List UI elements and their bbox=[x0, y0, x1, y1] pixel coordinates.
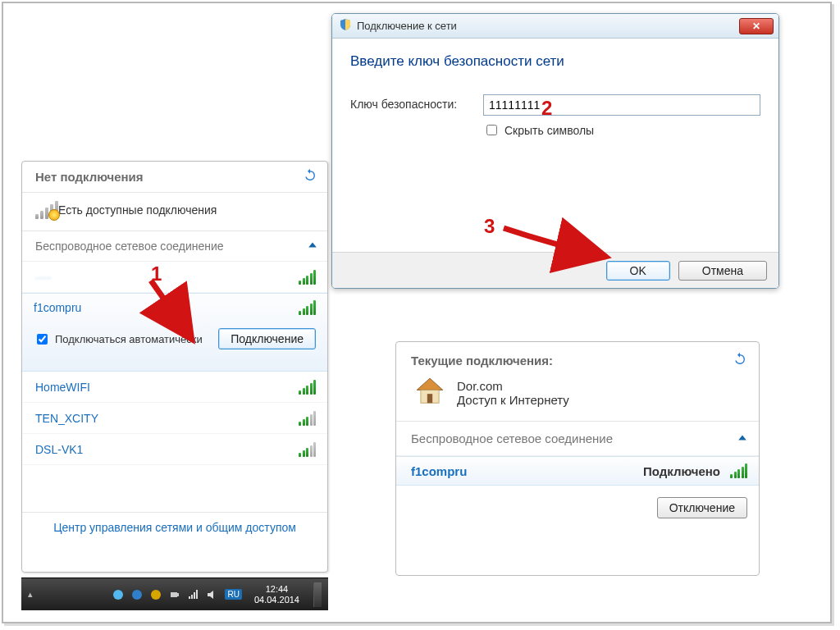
section-label: Беспроводное сетевое соединение bbox=[35, 240, 224, 253]
network-flyout: Нет подключения Есть доступные подключен… bbox=[21, 161, 328, 573]
taskbar-clock[interactable]: 12:44 04.04.2014 bbox=[254, 584, 299, 604]
disconnect-button[interactable]: Отключение bbox=[657, 497, 747, 518]
dialog-prompt: Введите ключ безопасности сети bbox=[350, 53, 760, 70]
network-name: HomeWIFI bbox=[35, 381, 90, 394]
svg-point-3 bbox=[113, 590, 123, 600]
network-name: TEN_XCITY bbox=[35, 412, 98, 425]
network-item[interactable]: HomeWIFI bbox=[22, 372, 327, 403]
chevron-up-icon bbox=[737, 431, 747, 445]
dialog-titlebar[interactable]: Подключение к сети ✕ bbox=[332, 14, 778, 39]
signal-icon bbox=[730, 463, 747, 478]
svg-rect-7 bbox=[177, 593, 179, 596]
tray-chevron-icon[interactable]: ▴ bbox=[28, 589, 33, 600]
key-label: Ключ безопасности: bbox=[350, 98, 483, 112]
tray-icon[interactable] bbox=[112, 588, 125, 601]
clock-time: 12:44 bbox=[254, 584, 299, 594]
flyout-header: Нет подключения bbox=[22, 162, 327, 193]
network-center-link[interactable]: Центр управления сетями и общим доступом bbox=[22, 512, 327, 544]
home-name: Dor.com bbox=[457, 379, 569, 393]
signal-icon bbox=[299, 270, 316, 285]
ok-button[interactable]: OK bbox=[606, 261, 670, 281]
connected-status: Подключено bbox=[643, 464, 720, 478]
close-button[interactable]: ✕ bbox=[739, 18, 774, 34]
connect-button[interactable]: Подключение bbox=[218, 328, 316, 349]
auto-connect-checkbox[interactable]: Подключаться автоматически bbox=[34, 331, 203, 347]
network-name: f1compru bbox=[34, 301, 81, 314]
hide-chars-checkbox[interactable]: Скрыть символы bbox=[483, 122, 760, 138]
hide-chars-input[interactable] bbox=[486, 125, 497, 135]
signal-icon bbox=[299, 380, 316, 395]
shield-icon bbox=[339, 18, 352, 34]
wireless-section-header[interactable]: Беспроводное сетевое соединение bbox=[22, 231, 327, 262]
hide-chars-label: Скрыть символы bbox=[504, 124, 594, 137]
current-connections-panel: Текущие подключения: Dor.com Доступ к Ин… bbox=[395, 341, 760, 576]
tray-network-icon[interactable] bbox=[187, 588, 200, 601]
network-item[interactable]: TEN_XCITY bbox=[22, 403, 327, 434]
refresh-icon[interactable] bbox=[303, 168, 317, 185]
network-item-blurred[interactable]: ····· bbox=[22, 262, 327, 293]
composite-frame: Нет подключения Есть доступные подключен… bbox=[2, 2, 832, 623]
connected-ssid: f1compru bbox=[411, 464, 467, 478]
step-number-3: 3 bbox=[484, 215, 495, 238]
network-item[interactable]: DSL-VK1 bbox=[22, 434, 327, 465]
connect-dialog: Подключение к сети ✕ Введите ключ безопа… bbox=[331, 13, 779, 289]
svg-rect-6 bbox=[171, 592, 177, 597]
tray-icon[interactable] bbox=[130, 588, 144, 601]
chevron-up-icon bbox=[308, 240, 317, 253]
panel3-section-header[interactable]: Беспроводное сетевое соединение bbox=[396, 422, 759, 456]
close-icon: ✕ bbox=[752, 21, 760, 32]
refresh-icon[interactable] bbox=[733, 352, 747, 369]
step-number-1: 1 bbox=[151, 262, 162, 285]
network-name: DSL-VK1 bbox=[35, 443, 83, 456]
panel3-title: Текущие подключения: bbox=[411, 354, 553, 368]
tray-volume-icon[interactable] bbox=[206, 588, 219, 601]
panel3-section-label: Беспроводное сетевое соединение bbox=[411, 431, 613, 445]
clock-date: 04.04.2014 bbox=[254, 595, 299, 605]
tray-icon[interactable] bbox=[149, 588, 162, 601]
home-network-row: Dor.com Доступ к Интернету bbox=[396, 372, 759, 422]
show-desktop-button[interactable] bbox=[313, 582, 322, 607]
signal-with-sun-icon bbox=[35, 201, 58, 219]
svg-point-4 bbox=[132, 590, 142, 600]
signal-icon bbox=[299, 300, 316, 315]
dialog-footer: OK Отмена bbox=[332, 252, 778, 288]
network-name: ····· bbox=[35, 271, 51, 284]
network-item-selected[interactable]: f1compru Подключаться автоматически Подк… bbox=[22, 293, 327, 372]
dialog-title: Подключение к сети bbox=[357, 20, 457, 32]
step-number-2: 2 bbox=[541, 97, 552, 120]
svg-marker-0 bbox=[417, 378, 443, 390]
house-icon bbox=[414, 376, 445, 409]
signal-icon bbox=[299, 442, 316, 457]
taskbar[interactable]: ▴ RU 12:44 04.04.2014 bbox=[21, 578, 328, 610]
language-indicator[interactable]: RU bbox=[225, 589, 241, 600]
flyout-title: Нет подключения bbox=[35, 170, 144, 184]
svg-point-5 bbox=[151, 590, 161, 600]
cancel-button[interactable]: Отмена bbox=[678, 261, 767, 281]
security-key-input[interactable] bbox=[483, 94, 760, 116]
home-access: Доступ к Интернету bbox=[457, 393, 569, 407]
availability-text: Есть доступные подключения bbox=[58, 203, 217, 217]
auto-connect-input[interactable] bbox=[37, 334, 48, 345]
connected-network-row[interactable]: f1compru Подключено bbox=[396, 456, 759, 486]
tray-power-icon[interactable] bbox=[168, 588, 181, 601]
svg-rect-2 bbox=[427, 394, 432, 403]
status-row: Есть доступные подключения bbox=[22, 193, 327, 231]
signal-icon bbox=[299, 411, 316, 426]
auto-connect-label: Подключаться автоматически bbox=[55, 333, 203, 345]
